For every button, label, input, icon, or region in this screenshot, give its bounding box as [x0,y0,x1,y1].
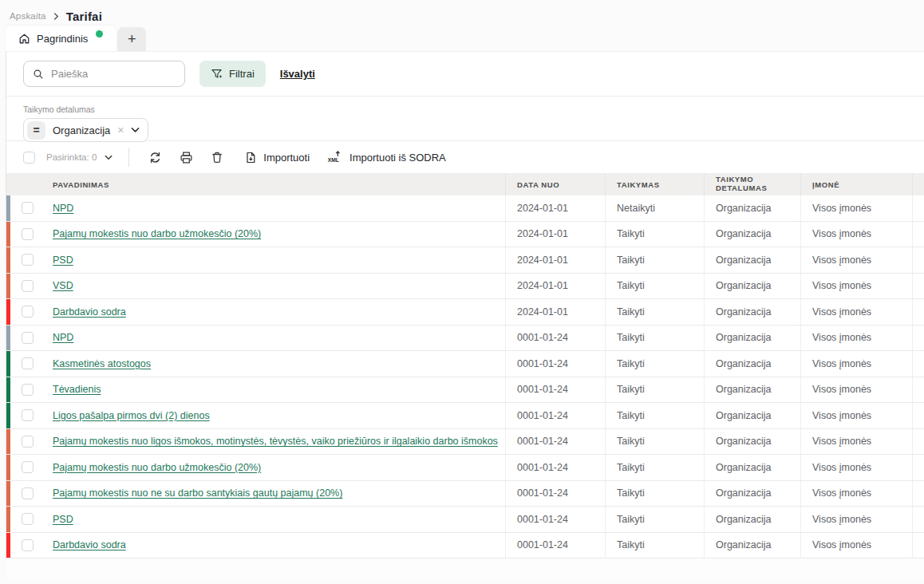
cell-imone: Visos įmonės [800,455,912,480]
tariff-name-link[interactable]: Ligos pašalpa pirmos dvi (2) dienos [53,410,210,421]
row-checkbox[interactable] [22,228,34,240]
search-row: Filtrai Išvalyti [6,52,924,97]
cell-date-from: 2024-01-01 [505,274,605,299]
tariff-name-link[interactable]: Pajamų mokestis nuo darbo užmokesčio (20… [53,462,261,473]
row-checkbox[interactable] [22,436,34,448]
breadcrumb-parent[interactable]: Apskaita [10,11,46,21]
row-checkbox[interactable] [22,357,34,369]
tariff-name-link[interactable]: Pajamų mokestis nuo ne su darbo santykia… [53,487,342,499]
tariff-name-link[interactable]: Darbdavio sodra [53,539,126,550]
tariff-name-link[interactable]: Pajamų mokestis nuo darbo užmokesčio (20… [53,228,261,239]
search-box[interactable] [23,61,185,87]
filters-button[interactable]: Filtrai [199,61,266,87]
tariff-name-link[interactable]: Tėvadienis [53,384,101,395]
table-row: Pajamų mokestis nuo ligos išmokos, motin… [6,429,924,456]
cell-date-from: 2024-01-01 [505,222,605,247]
row-checkbox[interactable] [22,461,34,473]
breadcrumb: Apskaita Tarifai [0,0,924,26]
cell-date-from: 0001-01-24 [505,403,605,428]
tariff-name-link[interactable]: NPD [53,332,73,343]
cell-taikymas: Taikyti [605,299,704,325]
row-checkbox[interactable] [22,332,34,344]
import-button[interactable]: Importuoti [244,151,310,164]
row-checkbox[interactable] [22,254,34,266]
table-row: PSD 2024-01-01 Taikyti Organizacija Viso… [6,247,924,274]
select-all-checkbox[interactable] [23,152,35,164]
row-checkbox[interactable] [22,202,34,214]
row-checkbox[interactable] [22,384,34,396]
tariff-name-link[interactable]: PSD [53,255,73,266]
tariff-name-link[interactable]: NPD [53,203,73,214]
cell-taikymas: Netaikyti [605,195,704,221]
cell-date-from: 0001-01-24 [505,351,605,377]
table-row: Tėvadienis 0001-01-24 Taikyti Organizaci… [6,377,924,404]
row-checkbox[interactable] [22,513,34,525]
cell-imone: Visos įmonės [800,247,912,273]
cell-taikymo-detalumas: Organizacija [704,429,800,455]
cell-taikymas: Taikyti [605,247,704,273]
chevron-down-icon[interactable] [131,127,140,133]
row-checkbox[interactable] [22,280,34,292]
column-header-pavadinimas[interactable]: PAVADINIMAS [44,173,505,195]
table-toolbar: Pasirinkta: 0 [6,141,924,173]
table-row: Pajamų mokestis nuo darbo užmokesčio (20… [6,455,924,481]
chip-remove-icon[interactable]: × [117,124,124,136]
row-checkbox[interactable] [22,487,34,499]
add-tab-button[interactable]: + [117,27,146,51]
selected-count-dropdown[interactable]: Pasirinkta: 0 [46,152,113,162]
tariff-name-link[interactable]: VSD [53,280,73,291]
tab-bar: Pagrindinis + [6,26,924,51]
tab-pagrindinis[interactable]: Pagrindinis [6,26,116,51]
row-checkbox[interactable] [22,539,34,551]
cell-taikymas: Taikyti [605,507,704,532]
refresh-button[interactable] [145,148,165,168]
cell-date-from: 2024-01-01 [505,247,605,273]
cell-taikymo-detalumas: Organizacija [704,274,800,299]
column-header-data-nuo[interactable]: DATA NUO [505,173,605,195]
delete-button[interactable] [207,148,227,168]
table-row: Kasmetinės atostogos 0001-01-24 Taikyti … [6,351,924,377]
table-row: Darbdavio sodra 0001-01-24 Taikyti Organ… [6,533,924,559]
tariff-name-link[interactable]: Pajamų mokestis nuo ligos išmokos, motin… [53,436,498,447]
column-header-taikymas[interactable]: TAIKYMAS [605,173,704,195]
table-body: NPD 2024-01-01 Netaikyti Organizacija Vi… [6,195,924,558]
cell-taikymas: Taikyti [605,377,704,403]
cell-imone: Visos įmonės [800,429,912,455]
tariffs-page: Apskaita Tarifai Pagrindinis + [0,0,924,584]
table-row: NPD 2024-01-01 Netaikyti Organizacija Vi… [6,195,924,222]
cell-date-from: 0001-01-24 [505,455,605,480]
row-checkbox[interactable] [22,306,34,318]
cell-taikymas: Taikyti [605,429,704,455]
cell-imone: Visos įmonės [800,377,912,403]
clear-filters-link[interactable]: Išvalyti [280,68,315,80]
table-row: Pajamų mokestis nuo darbo užmokesčio (20… [6,222,924,248]
cell-taikymas: Taikyti [605,455,704,480]
column-header-imone[interactable]: ĮMONĖ [800,173,912,195]
table-row: Ligos pašalpa pirmos dvi (2) dienos 0001… [6,403,924,429]
filter-chip-value: Organizacija [53,124,110,136]
cell-taikymo-detalumas: Organizacija [704,403,800,428]
cell-taikymo-detalumas: Organizacija [704,533,800,558]
chevron-down-icon [105,155,113,160]
table-row: VSD 2024-01-01 Taikyti Organizacija Viso… [6,274,924,300]
cell-imone: Visos įmonės [800,481,912,507]
tariff-name-link[interactable]: Kasmetinės atostogos [53,358,151,369]
search-input[interactable] [51,68,171,80]
print-button[interactable] [176,148,196,168]
cell-taikymo-detalumas: Organizacija [704,326,800,351]
chevron-right-icon [53,13,60,20]
cell-taikymo-detalumas: Organizacija [704,247,800,273]
filter-chip-organizacija[interactable]: = Organizacija × [23,118,148,142]
row-checkbox[interactable] [22,409,34,421]
table-header: PAVADINIMAS DATA NUO TAIKYMAS TAIKYMO DE… [6,173,924,195]
tariff-name-link[interactable]: Darbdavio sodra [53,306,126,318]
cell-taikymas: Taikyti [605,403,704,428]
cell-date-from: 0001-01-24 [505,533,605,558]
import-sodra-button[interactable]: XML Importuoti iš SODRA [327,150,446,164]
cell-imone: Visos įmonės [800,326,912,351]
column-header-taikymo-detalumas[interactable]: TAIKYMO DETALUMAS [704,173,800,195]
tariff-name-link[interactable]: PSD [53,514,73,525]
cell-date-from: 0001-01-24 [505,507,605,532]
cell-taikymo-detalumas: Organizacija [704,299,800,325]
page-title: Tarifai [66,10,102,23]
